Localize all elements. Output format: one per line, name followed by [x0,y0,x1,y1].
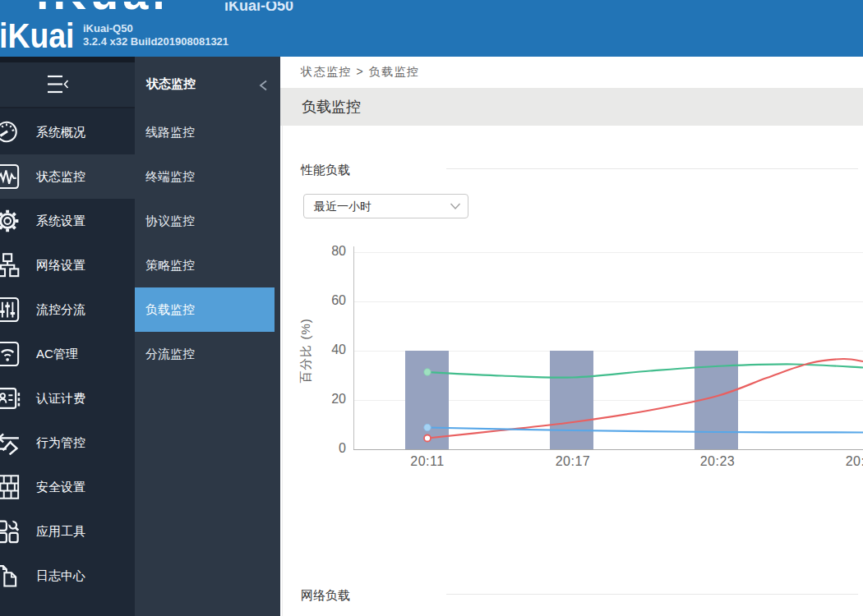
svg-text:40: 40 [331,342,346,356]
svg-text:20:23: 20:23 [700,454,736,468]
svg-text:20:29: 20:29 [846,454,863,468]
svg-text:60: 60 [331,293,346,307]
svg-text:20: 20 [331,392,346,406]
svg-text:20:11: 20:11 [410,454,444,468]
svg-text:20:17: 20:17 [556,454,591,468]
svg-text:百分比 (%): 百分比 (%) [298,318,312,384]
svg-text:0: 0 [339,441,346,455]
svg-text:80: 80 [331,244,346,258]
